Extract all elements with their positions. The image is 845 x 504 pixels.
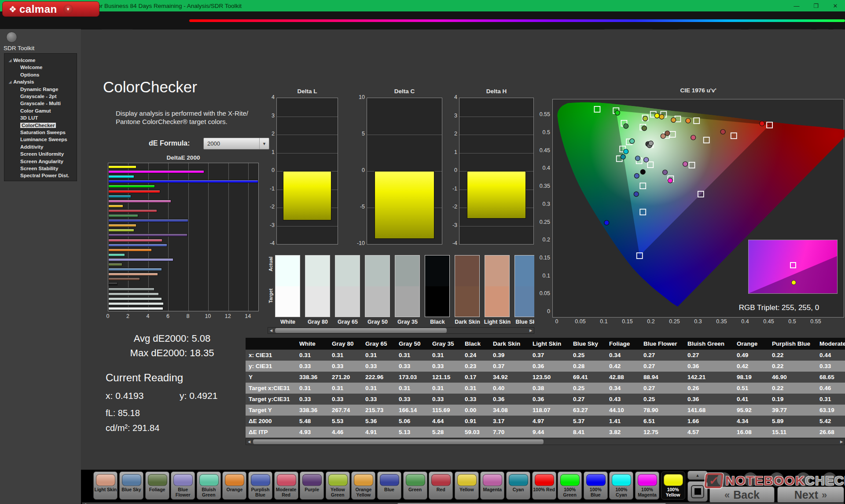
- table-cell[interactable]: 5.36: [362, 416, 396, 427]
- table-cell[interactable]: 142.21: [684, 372, 734, 383]
- table-cell[interactable]: 0.27: [640, 361, 684, 372]
- table-cell[interactable]: 4.64: [429, 416, 462, 427]
- patch-button-100-red[interactable]: 100% Red: [532, 471, 556, 500]
- table-cell[interactable]: 0.42: [734, 361, 769, 372]
- table-cell[interactable]: 0.33: [396, 361, 429, 372]
- table-cell[interactable]: 0.24: [462, 350, 490, 361]
- tree-expand-icon[interactable]: ◢: [9, 58, 11, 62]
- table-cell[interactable]: 0.46: [816, 383, 845, 394]
- sidebar-item-color-gamut[interactable]: Color Gamut: [4, 107, 77, 114]
- table-cell[interactable]: 0.39: [490, 350, 529, 361]
- patch-button-moderate-red[interactable]: Moderate Red: [274, 471, 298, 500]
- back-button[interactable]: « Back: [709, 486, 775, 504]
- table-cell[interactable]: 271.20: [329, 372, 362, 383]
- sidebar-item-welcome[interactable]: ◢Welcome: [4, 57, 77, 64]
- table-cell[interactable]: 0.33: [462, 394, 490, 405]
- table-cell[interactable]: 98.19: [734, 372, 769, 383]
- patch-strip-scrollbar[interactable]: ◀: [82, 502, 844, 504]
- table-cell[interactable]: 63.27: [570, 405, 606, 416]
- table-cell[interactable]: 222.96: [362, 372, 396, 383]
- table-cell[interactable]: 338.36: [296, 405, 329, 416]
- table-cell[interactable]: 15.11: [769, 427, 816, 438]
- table-cell[interactable]: 141.68: [684, 405, 734, 416]
- table-cell[interactable]: 0.27: [640, 383, 684, 394]
- table-cell[interactable]: 16.08: [734, 427, 769, 438]
- table-cell[interactable]: 0.33: [296, 361, 329, 372]
- patch-button-orange[interactable]: Orange: [222, 471, 246, 500]
- sidebar-item-spectral-power-dist-[interactable]: Spectral Power Dist.: [4, 172, 77, 179]
- patch-button-magenta[interactable]: Magenta: [480, 471, 504, 500]
- table-cell[interactable]: 0.31: [296, 383, 329, 394]
- patch-button-blue-flower[interactable]: Blue Flower: [171, 471, 195, 500]
- sidebar-item-screen-uniformity[interactable]: Screen Uniformity: [4, 150, 77, 157]
- table-cell[interactable]: 0.31: [462, 383, 490, 394]
- table-cell[interactable]: 0.00: [462, 405, 490, 416]
- table-cell[interactable]: 0.33: [429, 361, 462, 372]
- close-icon[interactable]: ✕: [826, 0, 845, 11]
- table-cell[interactable]: 0.22: [769, 383, 816, 394]
- table-cell[interactable]: 42.88: [606, 372, 640, 383]
- table-cell[interactable]: 0.27: [570, 394, 606, 405]
- table-cell[interactable]: 69.41: [570, 372, 606, 383]
- table-cell[interactable]: 5.28: [429, 427, 462, 438]
- table-cell[interactable]: 0.37: [490, 361, 529, 372]
- sidebar-item-screen-angularity[interactable]: Screen Angularity: [4, 158, 77, 165]
- scroll-right-icon[interactable]: ▶: [528, 328, 534, 333]
- swatch-scroll-thumb[interactable]: [275, 328, 447, 333]
- table-scroll-thumb[interactable]: [253, 439, 544, 444]
- sidebar-item-3d-lut[interactable]: 3D LUT: [4, 114, 77, 121]
- patch-button-blue-sky[interactable]: Blue Sky: [119, 471, 143, 500]
- table-cell[interactable]: 267.74: [329, 405, 362, 416]
- table-cell[interactable]: 0.27: [684, 350, 734, 361]
- table-cell[interactable]: 0.33: [396, 394, 429, 405]
- table-cell[interactable]: 0.31: [329, 350, 362, 361]
- sidebar-item-screen-stability[interactable]: Screen Stability: [4, 165, 77, 172]
- table-cell[interactable]: 0.37: [529, 350, 570, 361]
- patch-button-100-blue[interactable]: 100% Blue: [584, 471, 608, 500]
- table-cell[interactable]: 0.19: [769, 394, 816, 405]
- table-cell[interactable]: 0.40: [490, 383, 529, 394]
- table-cell[interactable]: 0.36: [529, 394, 570, 405]
- table-cell[interactable]: 4.97: [529, 416, 570, 427]
- table-cell[interactable]: 6.51: [640, 416, 684, 427]
- patch-button-100-cyan[interactable]: 100% Cyan: [609, 471, 633, 500]
- table-cell[interactable]: 0.43: [606, 394, 640, 405]
- table-cell[interactable]: 3.82: [606, 427, 640, 438]
- maximize-icon[interactable]: ❐: [806, 0, 826, 11]
- table-cell[interactable]: 5.37: [570, 416, 606, 427]
- table-cell[interactable]: 0.22: [769, 361, 816, 372]
- table-cell[interactable]: 0.36: [684, 361, 734, 372]
- sidebar-item-options[interactable]: Options: [4, 71, 77, 78]
- scroll-left-icon[interactable]: ◀: [246, 439, 252, 445]
- sidebar-item-luminance-sweeps[interactable]: Luminance Sweeps: [4, 136, 77, 143]
- patch-button-blue[interactable]: Blue: [377, 471, 401, 500]
- scroll-left-icon[interactable]: ◀: [268, 328, 274, 333]
- sidebar-item-analysis[interactable]: ◢Analysis: [4, 78, 77, 85]
- sidebar-item-welcome[interactable]: Welcome: [4, 64, 77, 71]
- table-cell[interactable]: 12.75: [640, 427, 684, 438]
- table-cell[interactable]: 34.08: [490, 405, 529, 416]
- calman-menu-button[interactable]: ❖ calman ▼: [2, 1, 99, 17]
- next-button[interactable]: Next »: [777, 486, 844, 504]
- table-cell[interactable]: 0.33: [816, 361, 845, 372]
- sidebar-item-grayscale-multi[interactable]: Grayscale - Multi: [4, 100, 77, 107]
- table-cell[interactable]: 7.70: [490, 427, 529, 438]
- patch-button-green[interactable]: Green: [403, 471, 427, 500]
- tree-expand-icon[interactable]: ◢: [9, 80, 11, 84]
- table-cell[interactable]: 0.33: [362, 394, 396, 405]
- table-cell[interactable]: 0.44: [816, 350, 845, 361]
- table-cell[interactable]: 0.31: [396, 350, 429, 361]
- table-cell[interactable]: 0.51: [734, 383, 769, 394]
- table-cell[interactable]: 0.31: [396, 383, 429, 394]
- sidebar-item-colorchecker[interactable]: ColorChecker: [4, 122, 77, 129]
- table-cell[interactable]: 0.25: [570, 383, 606, 394]
- table-cell[interactable]: 0.23: [462, 361, 490, 372]
- table-cell[interactable]: 4.91: [362, 427, 396, 438]
- table-cell[interactable]: 5.48: [296, 416, 329, 427]
- table-cell[interactable]: 0.33: [296, 394, 329, 405]
- table-cell[interactable]: 4.46: [329, 427, 362, 438]
- patch-button-cyan[interactable]: Cyan: [506, 471, 530, 500]
- patch-button-purple[interactable]: Purple: [300, 471, 324, 500]
- table-cell[interactable]: 0.26: [684, 383, 734, 394]
- patch-button-red[interactable]: Red: [429, 471, 453, 500]
